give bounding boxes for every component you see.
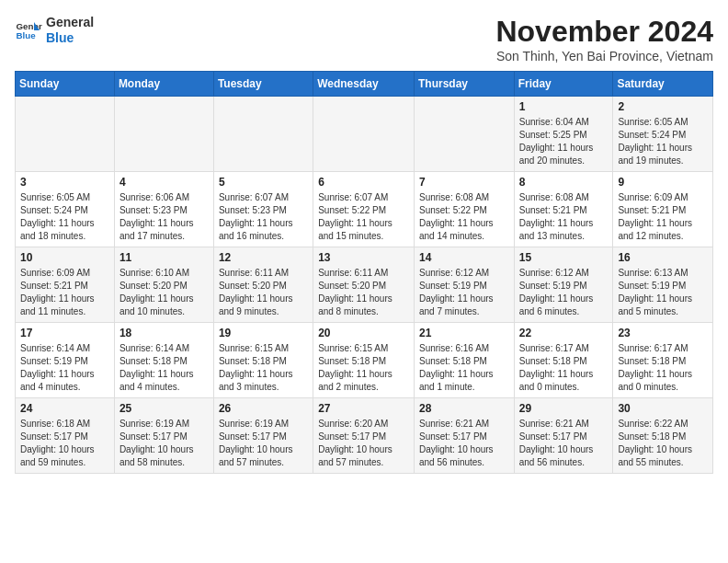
day-cell: 19Sunrise: 6:15 AM Sunset: 5:18 PM Dayli… <box>213 323 313 398</box>
weekday-header-wednesday: Wednesday <box>313 72 415 97</box>
day-info: Sunrise: 6:17 AM Sunset: 5:18 PM Dayligh… <box>618 342 708 394</box>
title-area: November 2024 Son Thinh, Yen Bai Provinc… <box>495 15 713 63</box>
day-info: Sunrise: 6:21 AM Sunset: 5:17 PM Dayligh… <box>419 418 509 469</box>
day-number: 1 <box>519 100 609 113</box>
day-cell: 24Sunrise: 6:18 AM Sunset: 5:17 PM Dayli… <box>16 398 115 474</box>
day-info: Sunrise: 6:05 AM Sunset: 5:24 PM Dayligh… <box>618 116 708 167</box>
day-info: Sunrise: 6:05 AM Sunset: 5:24 PM Dayligh… <box>20 191 109 243</box>
day-info: Sunrise: 6:04 AM Sunset: 5:25 PM Dayligh… <box>519 116 609 167</box>
day-cell: 1Sunrise: 6:04 AM Sunset: 5:25 PM Daylig… <box>514 97 613 172</box>
logo-icon: General Blue <box>15 17 42 44</box>
day-cell: 14Sunrise: 6:12 AM Sunset: 5:19 PM Dayli… <box>414 247 514 323</box>
svg-text:Blue: Blue <box>17 30 37 40</box>
day-number: 20 <box>318 327 409 339</box>
day-cell: 26Sunrise: 6:19 AM Sunset: 5:17 PM Dayli… <box>213 398 313 474</box>
day-info: Sunrise: 6:20 AM Sunset: 5:17 PM Dayligh… <box>318 418 409 469</box>
day-cell: 28Sunrise: 6:21 AM Sunset: 5:17 PM Dayli… <box>414 398 514 474</box>
day-cell: 17Sunrise: 6:14 AM Sunset: 5:19 PM Dayli… <box>16 323 115 398</box>
day-info: Sunrise: 6:17 AM Sunset: 5:18 PM Dayligh… <box>519 342 609 394</box>
logo-general: General <box>46 15 94 30</box>
day-cell <box>213 97 313 172</box>
day-info: Sunrise: 6:11 AM Sunset: 5:20 PM Dayligh… <box>318 267 409 318</box>
day-number: 15 <box>519 251 609 264</box>
day-number: 19 <box>219 327 308 339</box>
logo-text: General Blue <box>46 15 94 46</box>
day-number: 2 <box>618 100 708 113</box>
day-cell: 2Sunrise: 6:05 AM Sunset: 5:24 PM Daylig… <box>613 97 713 172</box>
day-number: 24 <box>20 402 109 415</box>
week-row-1: 1Sunrise: 6:04 AM Sunset: 5:25 PM Daylig… <box>16 97 713 172</box>
day-number: 7 <box>419 176 509 189</box>
week-row-2: 3Sunrise: 6:05 AM Sunset: 5:24 PM Daylig… <box>16 172 713 247</box>
day-cell: 10Sunrise: 6:09 AM Sunset: 5:21 PM Dayli… <box>16 247 115 323</box>
month-title: November 2024 <box>495 15 713 49</box>
day-number: 12 <box>219 251 308 264</box>
day-cell: 3Sunrise: 6:05 AM Sunset: 5:24 PM Daylig… <box>16 172 115 247</box>
day-cell: 5Sunrise: 6:07 AM Sunset: 5:23 PM Daylig… <box>213 172 313 247</box>
weekday-header-monday: Monday <box>114 72 213 97</box>
day-info: Sunrise: 6:09 AM Sunset: 5:21 PM Dayligh… <box>618 191 708 243</box>
day-number: 9 <box>618 176 708 189</box>
day-number: 6 <box>318 176 409 189</box>
subtitle: Son Thinh, Yen Bai Province, Vietnam <box>495 49 713 63</box>
day-cell: 8Sunrise: 6:08 AM Sunset: 5:21 PM Daylig… <box>514 172 613 247</box>
day-cell <box>16 97 115 172</box>
weekday-header-thursday: Thursday <box>414 72 514 97</box>
week-row-5: 24Sunrise: 6:18 AM Sunset: 5:17 PM Dayli… <box>16 398 713 474</box>
day-info: Sunrise: 6:07 AM Sunset: 5:23 PM Dayligh… <box>219 191 308 243</box>
header: General Blue General Blue November 2024 … <box>15 15 713 63</box>
day-number: 13 <box>318 251 409 264</box>
day-cell: 27Sunrise: 6:20 AM Sunset: 5:17 PM Dayli… <box>313 398 415 474</box>
day-number: 3 <box>20 176 109 189</box>
day-info: Sunrise: 6:16 AM Sunset: 5:18 PM Dayligh… <box>419 342 509 394</box>
day-cell: 12Sunrise: 6:11 AM Sunset: 5:20 PM Dayli… <box>213 247 313 323</box>
day-cell: 15Sunrise: 6:12 AM Sunset: 5:19 PM Dayli… <box>514 247 613 323</box>
day-cell: 11Sunrise: 6:10 AM Sunset: 5:20 PM Dayli… <box>114 247 213 323</box>
day-number: 29 <box>519 402 609 415</box>
day-number: 26 <box>219 402 308 415</box>
day-number: 5 <box>219 176 308 189</box>
day-info: Sunrise: 6:08 AM Sunset: 5:22 PM Dayligh… <box>419 191 509 243</box>
day-cell: 4Sunrise: 6:06 AM Sunset: 5:23 PM Daylig… <box>114 172 213 247</box>
weekday-header-tuesday: Tuesday <box>213 72 313 97</box>
day-cell: 29Sunrise: 6:21 AM Sunset: 5:17 PM Dayli… <box>514 398 613 474</box>
weekday-header-friday: Friday <box>514 72 613 97</box>
logo: General Blue General Blue <box>15 15 94 46</box>
day-cell: 16Sunrise: 6:13 AM Sunset: 5:19 PM Dayli… <box>613 247 713 323</box>
day-info: Sunrise: 6:19 AM Sunset: 5:17 PM Dayligh… <box>119 418 209 469</box>
day-cell: 6Sunrise: 6:07 AM Sunset: 5:22 PM Daylig… <box>313 172 415 247</box>
day-info: Sunrise: 6:22 AM Sunset: 5:18 PM Dayligh… <box>618 418 708 469</box>
day-cell: 21Sunrise: 6:16 AM Sunset: 5:18 PM Dayli… <box>414 323 514 398</box>
day-number: 8 <box>519 176 609 189</box>
day-cell: 13Sunrise: 6:11 AM Sunset: 5:20 PM Dayli… <box>313 247 415 323</box>
day-cell: 18Sunrise: 6:14 AM Sunset: 5:18 PM Dayli… <box>114 323 213 398</box>
day-info: Sunrise: 6:12 AM Sunset: 5:19 PM Dayligh… <box>419 267 509 318</box>
day-number: 30 <box>618 402 708 415</box>
day-cell: 9Sunrise: 6:09 AM Sunset: 5:21 PM Daylig… <box>613 172 713 247</box>
week-row-4: 17Sunrise: 6:14 AM Sunset: 5:19 PM Dayli… <box>16 323 713 398</box>
week-row-3: 10Sunrise: 6:09 AM Sunset: 5:21 PM Dayli… <box>16 247 713 323</box>
day-number: 22 <box>519 327 609 339</box>
day-cell: 30Sunrise: 6:22 AM Sunset: 5:18 PM Dayli… <box>613 398 713 474</box>
day-number: 11 <box>119 251 209 264</box>
day-number: 18 <box>119 327 209 339</box>
day-info: Sunrise: 6:18 AM Sunset: 5:17 PM Dayligh… <box>20 418 109 469</box>
day-info: Sunrise: 6:09 AM Sunset: 5:21 PM Dayligh… <box>20 267 109 318</box>
day-cell <box>114 97 213 172</box>
day-number: 4 <box>119 176 209 189</box>
day-number: 10 <box>20 251 109 264</box>
day-info: Sunrise: 6:13 AM Sunset: 5:19 PM Dayligh… <box>618 267 708 318</box>
weekday-header-saturday: Saturday <box>613 72 713 97</box>
day-cell <box>313 97 415 172</box>
day-number: 16 <box>618 251 708 264</box>
day-cell: 23Sunrise: 6:17 AM Sunset: 5:18 PM Dayli… <box>613 323 713 398</box>
day-cell: 22Sunrise: 6:17 AM Sunset: 5:18 PM Dayli… <box>514 323 613 398</box>
weekday-header-sunday: Sunday <box>16 72 115 97</box>
day-cell: 20Sunrise: 6:15 AM Sunset: 5:18 PM Dayli… <box>313 323 415 398</box>
day-number: 21 <box>419 327 509 339</box>
day-info: Sunrise: 6:21 AM Sunset: 5:17 PM Dayligh… <box>519 418 609 469</box>
day-number: 23 <box>618 327 708 339</box>
day-number: 28 <box>419 402 509 415</box>
weekday-header-row: SundayMondayTuesdayWednesdayThursdayFrid… <box>16 72 713 97</box>
day-number: 17 <box>20 327 109 339</box>
